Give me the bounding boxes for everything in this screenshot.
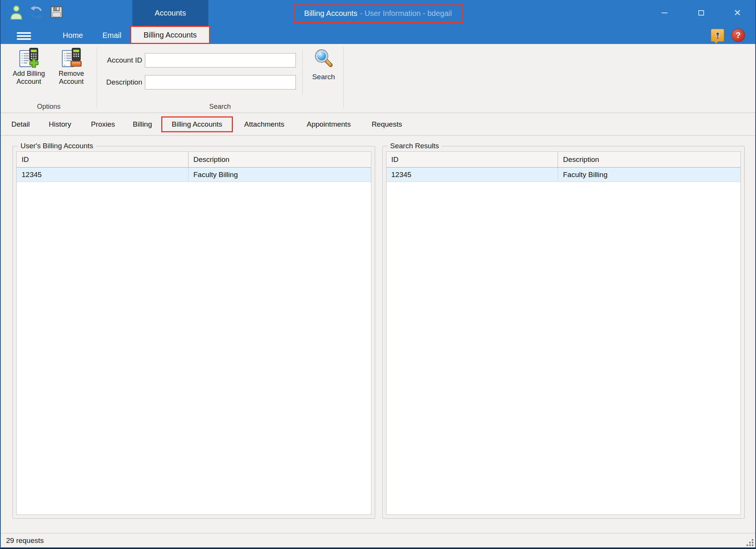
options-group-label: Options bbox=[1, 103, 97, 111]
page-tab-proxies[interactable]: Proxies bbox=[91, 120, 115, 129]
column-header-description[interactable]: Description bbox=[558, 152, 740, 167]
ribbon-tab-email-label: Email bbox=[102, 31, 121, 40]
save-icon[interactable] bbox=[50, 6, 63, 19]
column-header-id[interactable]: ID bbox=[17, 152, 189, 167]
remove-account-icon bbox=[61, 47, 82, 68]
hamburger-menu-icon[interactable] bbox=[17, 32, 31, 40]
search-results-title: Search Results bbox=[388, 142, 442, 150]
ribbon-tab-billing-accounts[interactable]: Billing Accounts bbox=[130, 26, 210, 44]
ribbon-separator bbox=[302, 49, 303, 96]
help-icon[interactable]: ? bbox=[731, 28, 745, 42]
page-tab-strip: Detail History Proxies Billing Billing A… bbox=[1, 113, 755, 136]
page-tab-attachments[interactable]: Attachments bbox=[244, 120, 284, 129]
page-tab-requests[interactable]: Requests bbox=[372, 120, 402, 129]
main-content: User's Billing Accounts ID Description 1… bbox=[1, 136, 755, 533]
users-billing-accounts-title: User's Billing Accounts bbox=[18, 142, 96, 150]
annotation-box-window-title: Billing Accounts - User Information - bd… bbox=[293, 3, 463, 23]
column-header-description[interactable]: Description bbox=[189, 152, 371, 167]
users-billing-accounts-table: ID Description 12345 Faculty Billing bbox=[16, 151, 371, 515]
ribbon-separator bbox=[343, 47, 344, 108]
description-label: Description bbox=[97, 75, 142, 89]
contextual-tab-label: Accounts bbox=[155, 9, 186, 17]
minimize-icon bbox=[662, 13, 668, 13]
remove-account-button[interactable]: Remove Account bbox=[52, 47, 91, 86]
ribbon-tab-home[interactable]: Home bbox=[56, 27, 90, 44]
ribbon: Add Billing Account bbox=[1, 44, 755, 113]
refresh-sync-icon[interactable] bbox=[29, 5, 44, 20]
ribbon-tab-email[interactable]: Email bbox=[95, 27, 129, 44]
minimize-button[interactable] bbox=[658, 7, 671, 19]
title-bar: Accounts Billing Accounts - User Informa… bbox=[1, 0, 755, 44]
search-icon bbox=[313, 48, 335, 70]
ribbon-tab-billing-accounts-label: Billing Accounts bbox=[143, 31, 196, 39]
page-tab-billing[interactable]: Billing bbox=[133, 120, 152, 129]
description-input[interactable] bbox=[145, 75, 296, 89]
column-header-id[interactable]: ID bbox=[387, 152, 558, 167]
cell-id: 12345 bbox=[387, 168, 558, 182]
resize-grip[interactable] bbox=[747, 539, 753, 546]
maximize-icon bbox=[698, 10, 704, 16]
status-bar: 29 requests bbox=[1, 533, 755, 548]
add-billing-account-button[interactable]: Add Billing Account bbox=[8, 47, 49, 86]
add-billing-account-label: Add Billing Account bbox=[13, 70, 45, 86]
table-header-row: ID Description bbox=[17, 152, 371, 168]
page-tab-detail[interactable]: Detail bbox=[11, 120, 30, 129]
contextual-tab-accounts[interactable]: Accounts bbox=[132, 0, 208, 26]
window-title-primary: Billing Accounts bbox=[304, 9, 357, 18]
ribbon-group-separator bbox=[97, 47, 97, 108]
status-text: 29 requests bbox=[6, 536, 44, 545]
close-button[interactable]: ✕ bbox=[731, 7, 744, 19]
search-button[interactable]: Search bbox=[304, 48, 343, 81]
page-tab-appointments[interactable]: Appointments bbox=[306, 120, 350, 129]
cell-description: Faculty Billing bbox=[189, 168, 371, 182]
ribbon-tab-home-label: Home bbox=[63, 31, 83, 40]
account-id-label: Account ID bbox=[97, 53, 142, 67]
account-id-input[interactable] bbox=[145, 53, 296, 67]
add-billing-account-icon bbox=[18, 47, 39, 68]
window-title-secondary: - User Information - bdegail bbox=[360, 9, 452, 18]
user-profile-icon[interactable] bbox=[9, 5, 24, 20]
search-results-table: ID Description 12345 Faculty Billing bbox=[386, 151, 741, 515]
page-tab-billing-accounts[interactable]: Billing Accounts bbox=[161, 116, 233, 132]
table-row[interactable]: 12345 Faculty Billing bbox=[387, 168, 741, 182]
pin-icon[interactable] bbox=[711, 29, 724, 42]
table-header-row: ID Description bbox=[387, 152, 741, 168]
cell-id: 12345 bbox=[17, 168, 189, 182]
table-row[interactable]: 12345 Faculty Billing bbox=[17, 168, 371, 182]
remove-account-label: Remove Account bbox=[58, 70, 84, 86]
search-button-label: Search bbox=[312, 73, 335, 81]
search-results-groupbox: Search Results ID Description 12345 Facu… bbox=[382, 146, 745, 519]
maximize-button[interactable] bbox=[695, 7, 707, 19]
cell-description: Faculty Billing bbox=[558, 168, 740, 182]
page-tab-history[interactable]: History bbox=[49, 120, 71, 129]
application-window: Accounts Billing Accounts - User Informa… bbox=[0, 0, 756, 549]
search-group-label: Search bbox=[97, 103, 343, 111]
users-billing-accounts-groupbox: User's Billing Accounts ID Description 1… bbox=[13, 146, 375, 519]
